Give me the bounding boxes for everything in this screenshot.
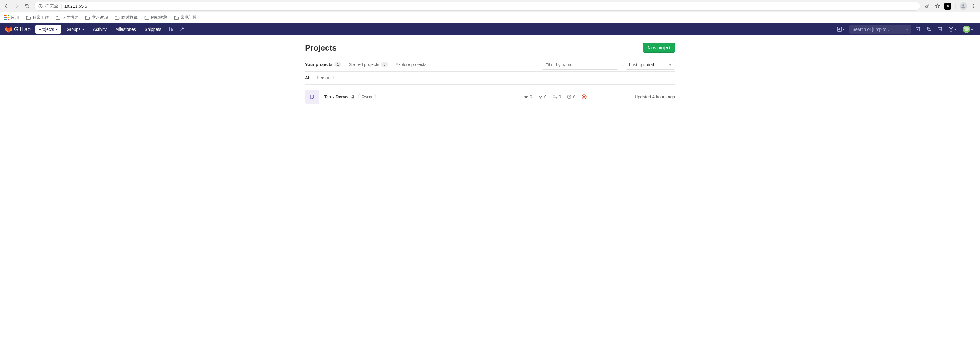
chevron-down-icon [56, 29, 58, 30]
subtab-personal[interactable]: Personal [317, 71, 334, 84]
tab-count: 1 [334, 62, 341, 67]
project-subtabs: All Personal [305, 71, 675, 85]
nav-groups[interactable]: Groups [64, 25, 88, 33]
folder-icon [85, 16, 90, 20]
svg-rect-17 [352, 97, 354, 98]
arrow-right-icon [14, 3, 19, 9]
todos-link[interactable] [935, 25, 944, 33]
gitlab-logo[interactable]: GitLab [5, 25, 30, 33]
back-button[interactable] [2, 2, 10, 10]
bookmark-folder[interactable]: 常见问题 [173, 14, 198, 21]
chevron-down-icon [842, 29, 845, 30]
tab-label: Starred projects [349, 62, 379, 67]
filter-projects-input[interactable] [542, 60, 618, 70]
merge-requests-link[interactable] [924, 25, 933, 33]
apps-shortcut[interactable]: 应用 [3, 14, 20, 21]
extension-badge[interactable]: X [944, 3, 951, 10]
address-url: 10.211.55.6 [64, 4, 87, 9]
new-project-button[interactable]: New project [643, 43, 675, 53]
nav-label: Milestones [115, 27, 136, 32]
kebab-icon[interactable] [971, 3, 976, 9]
nav-projects[interactable]: Projects [35, 25, 61, 33]
nav-activity[interactable]: Activity [90, 25, 110, 33]
project-avatar: D [305, 90, 319, 104]
key-icon[interactable] [924, 3, 931, 9]
chevron-down-icon [669, 64, 671, 66]
svg-point-20 [540, 98, 541, 99]
user-menu[interactable] [961, 24, 975, 35]
star-icon [524, 95, 528, 99]
bookmark-label: 日常工作 [33, 15, 49, 21]
nav-label: Activity [93, 27, 107, 32]
nav-metrics[interactable] [167, 25, 175, 33]
merge-requests-count[interactable]: 0 [553, 94, 561, 99]
merge-request-icon [926, 27, 931, 32]
svg-rect-2 [40, 6, 40, 7]
help-dropdown[interactable] [947, 25, 958, 33]
project-updated: Updated 4 hours ago [635, 94, 675, 99]
project-title-group: Test / Demo Owner [324, 94, 376, 100]
svg-point-5 [973, 4, 974, 5]
plus-square-icon [837, 27, 842, 32]
bookmark-folder[interactable]: 学习教程 [84, 14, 109, 21]
project-list-item[interactable]: D Test / Demo Owner 0 0 0 [305, 85, 675, 109]
svg-point-13 [927, 30, 928, 31]
subtab-all[interactable]: All [305, 71, 310, 84]
bookmark-folder[interactable]: 网站收藏 [143, 14, 169, 21]
chevron-down-icon [82, 29, 84, 30]
svg-point-7 [973, 7, 974, 8]
address-separator: | [61, 4, 62, 9]
pipeline-status[interactable] [582, 94, 587, 99]
profile-button[interactable] [960, 2, 967, 10]
bookmark-label: 大牛博客 [62, 15, 78, 21]
svg-point-19 [541, 95, 542, 96]
sort-label: Last updated [629, 62, 654, 67]
svg-point-22 [553, 97, 554, 99]
issues-link[interactable] [913, 25, 922, 33]
new-dropdown[interactable] [835, 25, 847, 33]
forks-count[interactable]: 0 [538, 94, 547, 99]
forward-button[interactable] [13, 2, 20, 10]
svg-point-11 [917, 29, 918, 30]
bookmark-folder[interactable]: 大牛博客 [54, 14, 80, 21]
star-outline-icon[interactable] [934, 3, 940, 9]
stars-count[interactable]: 0 [524, 94, 532, 99]
svg-point-12 [927, 27, 928, 29]
address-bar[interactable]: 不安全 | 10.211.55.6 [34, 2, 920, 11]
tab-count: 0 [381, 62, 388, 67]
browser-right-controls: X | [923, 2, 978, 10]
bookmark-folder[interactable]: 日常工作 [25, 14, 50, 21]
bookmark-folder[interactable]: 临时收藏 [113, 14, 139, 21]
search-input[interactable] [852, 27, 906, 32]
nav-label: Groups [67, 27, 81, 32]
chevron-down-icon [971, 29, 973, 30]
global-search[interactable] [849, 25, 911, 33]
svg-point-3 [926, 6, 928, 8]
sort-dropdown[interactable]: Last updated [626, 60, 675, 70]
apps-grid-icon [4, 15, 9, 20]
security-label: 不安全 [45, 3, 58, 9]
project-namespace: Test / [324, 94, 336, 99]
nav-snippets[interactable]: Snippets [142, 25, 164, 33]
arrow-left-icon [3, 3, 9, 9]
tab-starred-projects[interactable]: Starred projects 0 [349, 58, 388, 71]
nav-milestones[interactable]: Milestones [112, 25, 139, 33]
tab-your-projects[interactable]: Your projects 1 [305, 58, 341, 71]
issues-count[interactable]: 0 [567, 94, 576, 99]
tab-label: Explore projects [395, 62, 426, 67]
apps-label: 应用 [11, 15, 19, 21]
page-header: Projects New project [305, 43, 675, 53]
nav-label: Snippets [145, 27, 161, 32]
role-badge: Owner [358, 94, 375, 100]
svg-point-4 [963, 4, 964, 6]
page-container: Projects New project Your projects 1 Sta… [300, 35, 680, 114]
nav-admin[interactable] [178, 25, 186, 33]
reload-button[interactable] [24, 2, 31, 10]
folder-icon [56, 16, 60, 20]
tab-label: Your projects [305, 62, 332, 67]
bookmark-label: 临时收藏 [121, 15, 138, 21]
tab-explore-projects[interactable]: Explore projects [395, 58, 426, 71]
svg-point-9 [907, 29, 908, 30]
bookmarks-bar: 应用 日常工作 大牛博客 学习教程 临时收藏 网站收藏 常见问题 [0, 12, 980, 23]
brand-text: GitLab [14, 26, 30, 33]
